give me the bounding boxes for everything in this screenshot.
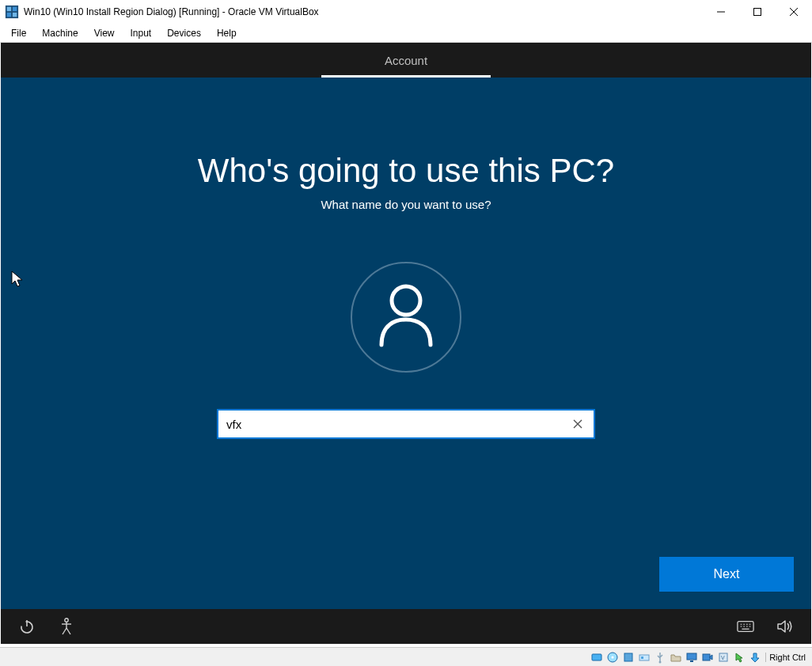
username-input[interactable]: [226, 418, 568, 431]
virtualbox-menubar: File Machine View Input Devices Help: [0, 24, 812, 43]
status-hdd-icon[interactable]: [590, 650, 604, 664]
oobe-topbar: Account: [1, 43, 811, 78]
status-audio-icon[interactable]: [621, 650, 636, 664]
status-optical-icon[interactable]: [605, 650, 620, 664]
svg-rect-6: [754, 9, 761, 16]
oobe-bottombar: [1, 609, 811, 644]
svg-line-17: [63, 628, 66, 634]
svg-rect-32: [703, 654, 710, 660]
svg-point-29: [659, 660, 662, 663]
svg-rect-31: [690, 660, 693, 662]
status-network-icon[interactable]: [637, 650, 651, 664]
svg-rect-2: [13, 7, 17, 11]
user-icon: [377, 283, 435, 351]
svg-point-14: [65, 619, 68, 622]
close-button[interactable]: [776, 0, 812, 24]
page-subheading: What name do you want to use?: [321, 198, 491, 211]
menu-file[interactable]: File: [5, 26, 32, 40]
status-display-icon[interactable]: [685, 650, 699, 664]
svg-line-18: [66, 628, 70, 634]
power-icon[interactable]: [18, 618, 36, 635]
oobe-body: Who's going to use this PC? What name do…: [1, 78, 811, 609]
status-recording-icon[interactable]: [700, 650, 715, 664]
svg-point-9: [392, 286, 420, 315]
avatar-placeholder: [351, 262, 461, 373]
svg-rect-27: [639, 655, 649, 660]
minimize-button[interactable]: [703, 0, 739, 24]
virtualbox-statusbar: V Right Ctrl: [0, 647, 812, 666]
svg-point-25: [612, 656, 614, 658]
svg-rect-28: [641, 657, 643, 659]
keyboard-icon[interactable]: [737, 618, 754, 635]
clear-icon[interactable]: [568, 414, 587, 433]
tab-label: Account: [385, 54, 427, 67]
volume-icon[interactable]: [776, 618, 794, 635]
window-controls: [703, 0, 812, 24]
username-field-wrap[interactable]: [217, 409, 595, 439]
svg-rect-26: [624, 653, 632, 661]
status-mouse-icon[interactable]: [732, 650, 746, 664]
svg-text:V: V: [721, 655, 725, 660]
svg-rect-1: [7, 7, 11, 11]
menu-view[interactable]: View: [88, 26, 121, 40]
window-title: Win10 (Win10 Install Region Dialog) [Run…: [24, 6, 319, 17]
svg-rect-23: [592, 654, 601, 660]
virtualbox-logo-icon: [5, 5, 19, 19]
tab-account: Account: [337, 43, 475, 78]
svg-rect-4: [13, 13, 17, 17]
page-heading: Who's going to use this PC?: [198, 152, 614, 190]
virtualbox-titlebar: Win10 (Win10 Install Region Dialog) [Run…: [0, 0, 812, 24]
svg-rect-30: [687, 653, 696, 660]
status-cpu-icon[interactable]: V: [716, 650, 730, 664]
menu-input[interactable]: Input: [124, 26, 158, 40]
maximize-button[interactable]: [739, 0, 776, 24]
host-key-label[interactable]: Right Ctrl: [765, 653, 809, 662]
accessibility-icon[interactable]: [58, 618, 75, 635]
menu-help[interactable]: Help: [211, 26, 243, 40]
status-usb-icon[interactable]: [653, 650, 667, 664]
vm-display[interactable]: Account Who's going to use this PC? What…: [1, 43, 811, 644]
svg-rect-3: [7, 13, 11, 17]
next-button[interactable]: Next: [659, 557, 794, 592]
status-keyboard-capture-icon[interactable]: [748, 650, 762, 664]
menu-devices[interactable]: Devices: [161, 26, 207, 40]
menu-machine[interactable]: Machine: [36, 26, 84, 40]
status-shared-folder-icon[interactable]: [669, 650, 683, 664]
svg-rect-19: [738, 622, 753, 632]
